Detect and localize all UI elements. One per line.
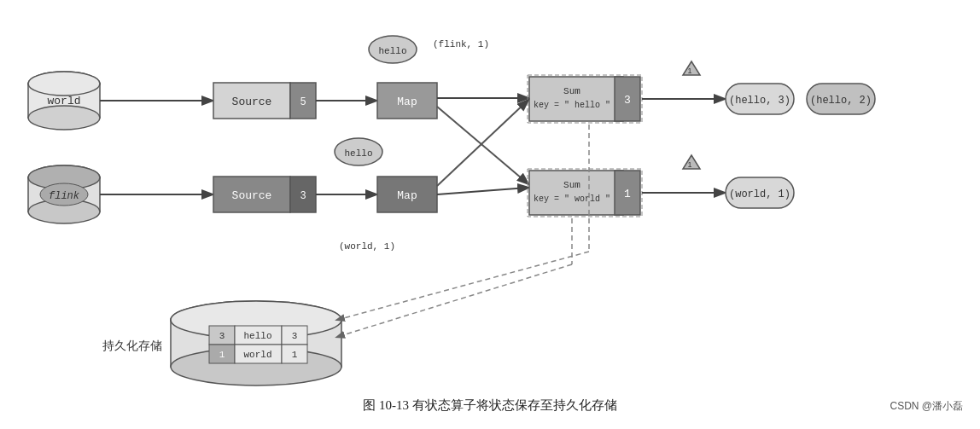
svg-line-61 (337, 252, 589, 320)
sum-world-num: 1 (624, 188, 631, 200)
caption-right: CSDN @潘小磊 (890, 399, 963, 414)
svg-text:3: 3 (219, 331, 225, 341)
source-top-num: 5 (300, 96, 306, 108)
hello3-output: (hello, 3) (729, 95, 790, 107)
svg-point-3 (28, 72, 100, 96)
svg-rect-35 (529, 171, 623, 215)
sum-hello-num: 3 (624, 94, 631, 107)
svg-line-34 (437, 188, 528, 194)
svg-rect-12 (529, 77, 623, 121)
svg-text:Sum: Sum (563, 180, 580, 190)
source-top-label: Source (232, 96, 272, 108)
diagram-caption: 图 10-13 有状态算子将状态保存至持久化存储 (0, 397, 980, 414)
caption-text: 图 10-13 有状态算子将状态保存至持久化存储 (363, 398, 617, 412)
flink1-stream-label: (flink, 1) (433, 39, 489, 49)
svg-line-33 (437, 101, 528, 186)
svg-text:3: 3 (292, 331, 298, 341)
svg-point-2 (28, 106, 100, 130)
flink-label: flink (49, 190, 80, 202)
svg-text:key = " hello ": key = " hello " (534, 101, 610, 110)
svg-text:world: world (243, 350, 271, 360)
source-bottom-label: Source (232, 189, 272, 202)
svg-text:Sum: Sum (563, 86, 580, 96)
storage-label: 持久化存储 (102, 339, 162, 352)
svg-text:1: 1 (292, 350, 298, 360)
world1-output: (world, 1) (729, 188, 790, 200)
svg-text:1: 1 (687, 160, 691, 169)
map-bottom-label: Map (397, 189, 417, 202)
svg-line-63 (337, 264, 572, 337)
map-top-label: Map (397, 96, 417, 108)
source-bottom-num: 3 (300, 190, 306, 202)
hello-bubble-top: hello (378, 46, 406, 56)
svg-text:key = " world ": key = " world " (534, 194, 610, 204)
caption-right-text: CSDN @潘小磊 (890, 400, 963, 412)
svg-line-11 (437, 107, 528, 183)
diagram-svg: world Source 5 hello Map (flink, 1) Sum … (0, 0, 980, 429)
hello-bubble-bottom: hello (344, 148, 372, 159)
svg-text:1: 1 (219, 350, 225, 360)
hello2-output: (hello, 2) (810, 95, 872, 107)
svg-text:hello: hello (243, 331, 271, 341)
svg-text:1: 1 (687, 67, 691, 75)
world-label: world (47, 95, 80, 107)
diagram-container: world Source 5 hello Map (flink, 1) Sum … (0, 0, 980, 429)
world1-checkpoint-label: (world, 1) (339, 241, 395, 252)
